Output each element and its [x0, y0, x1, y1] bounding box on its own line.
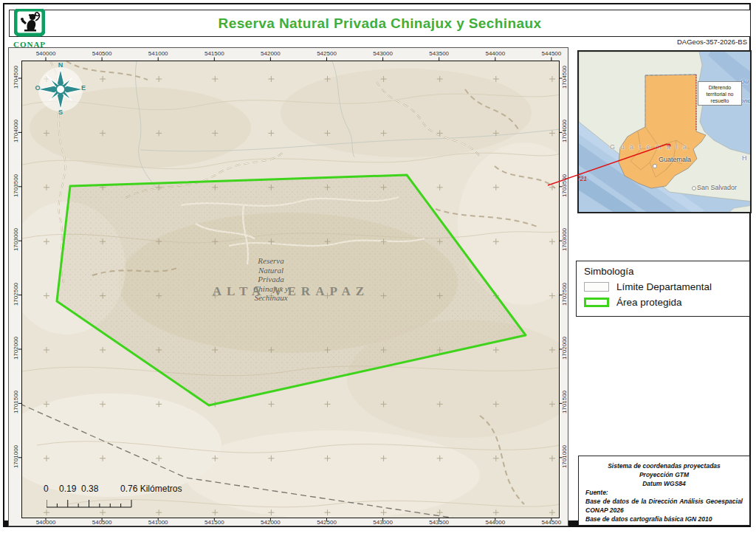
- page-title: Reserva Natural Privada Chinajux y Sechi…: [219, 16, 542, 32]
- grid-y-label-left: 1701500: [13, 386, 19, 419]
- grid-x-label-top: 543000: [367, 50, 399, 57]
- reserve-name-line: Privada: [227, 275, 315, 284]
- grid-y-label-left: 1702500: [13, 278, 19, 310]
- scale-bar: 0 0.19 0.38 0.76 Kilómetros: [22, 475, 244, 515]
- grid-y-label-left: 1702000: [13, 332, 19, 365]
- grid-x-label-bottom: 543000: [367, 519, 399, 526]
- grid-y-label-left: 1701000: [13, 440, 19, 473]
- grid-x-label-top: 542000: [254, 50, 286, 57]
- grid-y-label-right: 1703000: [561, 224, 568, 256]
- compass-north-label: N: [55, 61, 66, 69]
- departmental-boundary-swatch: [584, 282, 609, 292]
- compass-west-label: O: [32, 84, 43, 92]
- legend-item-departmental: Límite Departamental: [584, 281, 749, 292]
- compass-rose: N S E O: [31, 61, 116, 172]
- grid-y-label-right: 1701000: [561, 440, 568, 473]
- legend-title: Simbología: [584, 266, 749, 277]
- inset-map: Diferendo territorial no resuelto G u a …: [577, 50, 752, 213]
- inset-city-label: San Salvador: [697, 184, 737, 191]
- road-number-label: 721: [577, 175, 587, 182]
- map-frame: 5400005400005405005405005410005410005415…: [8, 47, 568, 526]
- scale-tick-3: 0.76 Kilómetros: [120, 484, 182, 494]
- grid-x-label-bottom: 543500: [423, 519, 456, 526]
- territory-note-box: Diferendo territorial no resuelto: [698, 81, 742, 106]
- compass-icon: [31, 61, 116, 172]
- source-heading: Fuente:: [585, 488, 743, 497]
- grid-x-label-bottom: 542000: [254, 519, 286, 526]
- crs-line: Sistema de coordenadas proyectadas: [585, 461, 743, 470]
- grid-x-label-bottom: 540000: [30, 519, 62, 526]
- reserve-name-line: Reserva: [227, 256, 315, 266]
- datum-line: Datum WGS84: [585, 479, 743, 488]
- projection-line: Proyección GTM: [585, 470, 743, 479]
- grid-x-label-bottom: 544000: [479, 519, 512, 526]
- inset-capital-label: Guatemala: [659, 156, 691, 163]
- protected-area-swatch: [584, 298, 609, 307]
- scale-tick-2: 0.38: [81, 484, 98, 494]
- scale-tick-0: 0: [44, 484, 49, 494]
- grid-x-label-top: 541000: [142, 50, 174, 57]
- grid-x-label-top: 543500: [423, 50, 456, 57]
- compass-east-label: E: [78, 84, 89, 92]
- conap-logo-text: CONAP: [13, 40, 47, 49]
- grid-x-label-top: 540500: [86, 50, 118, 57]
- grid-y-label-left: 1704000: [13, 115, 19, 148]
- grid-x-label-top: 544000: [479, 50, 512, 57]
- scale-unit: Kilómetros: [140, 484, 182, 494]
- grid-y-label-right: 1702500: [561, 278, 568, 310]
- grid-x-label-bottom: 542500: [311, 519, 343, 526]
- grid-x-label-top: 541500: [198, 50, 230, 57]
- grid-x-label-top: 542500: [311, 50, 343, 57]
- grid-y-label-right: 1702000: [561, 332, 568, 365]
- conap-logo-icon: [14, 9, 45, 37]
- map-sheet: Reserva Natural Privada Chinajux y Sechi…: [0, 0, 756, 536]
- inset-honduras-fragment: H o: [742, 154, 752, 162]
- grid-y-label-right: 1701500: [561, 386, 568, 419]
- document-code: DAGeos-357-2026-BS: [677, 38, 747, 46]
- scale-bar-ruler: [47, 498, 135, 509]
- scale-tick-1: 0.19: [59, 484, 76, 494]
- title-bar: Reserva Natural Privada Chinajux y Sechi…: [9, 10, 751, 37]
- grid-y-label-left: 1703000: [13, 224, 19, 256]
- reserve-name-line: Natural: [227, 266, 315, 275]
- grid-x-label-bottom: 541000: [142, 519, 174, 526]
- grid-x-label-bottom: 541500: [198, 519, 230, 526]
- conap-logo: CONAP: [13, 9, 47, 49]
- grid-y-label-right: 1704000: [561, 115, 568, 148]
- department-label: ALTA VERAPAZ: [143, 284, 439, 299]
- map-canvas: ReservaNaturalPrivadaChinajux ySechinaux…: [21, 61, 560, 518]
- grid-x-label-top: 544500: [535, 50, 568, 57]
- grid-x-label-top: 540000: [30, 50, 62, 57]
- legend-item-protected-area: Área protegida: [584, 297, 749, 308]
- grid-y-label-right: 1704500: [561, 61, 568, 94]
- grid-y-label-left: 1704500: [13, 61, 19, 94]
- credits-box: Sistema de coordenadas proyectadas Proye…: [578, 456, 750, 526]
- grid-y-label-left: 1703500: [13, 169, 19, 202]
- compass-south-label: S: [55, 109, 66, 116]
- grid-y-label-right: 1703500: [561, 169, 568, 202]
- inset-country-label: G u a t e m a l a: [610, 143, 689, 151]
- source-line-2: Base de datos cartografía básica IGN 201…: [585, 515, 743, 523]
- grid-x-label-bottom: 540500: [86, 519, 118, 526]
- grid-x-label-bottom: 544500: [535, 519, 568, 526]
- legend-box: Simbología Límite Departamental Área pro…: [576, 261, 750, 317]
- source-line-1: Base de datos de la Dirección Análisis G…: [585, 497, 743, 515]
